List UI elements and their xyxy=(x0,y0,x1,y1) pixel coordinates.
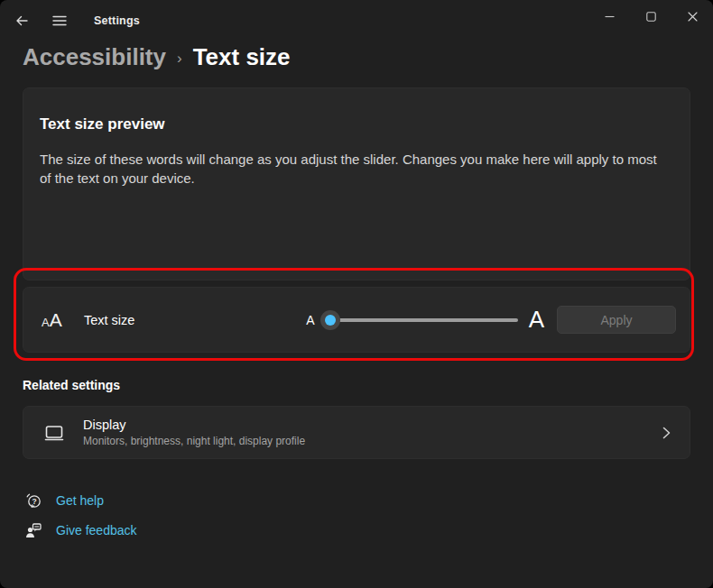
maximize-button[interactable] xyxy=(630,0,671,32)
window-controls xyxy=(588,0,713,32)
display-row-title: Display xyxy=(83,418,305,432)
preview-card-title: Text size preview xyxy=(40,115,673,133)
minimize-icon xyxy=(605,12,615,22)
preview-card-description: The size of these words will change as y… xyxy=(40,150,671,188)
back-arrow-icon xyxy=(14,14,29,28)
breadcrumb-chevron-icon: › xyxy=(177,47,182,68)
settings-window: Settings Accessibility › Text size xyxy=(0,0,713,588)
close-icon xyxy=(688,12,698,22)
apply-button[interactable]: Apply xyxy=(557,306,676,334)
text-size-slider[interactable] xyxy=(323,310,518,330)
give-feedback-icon xyxy=(24,521,42,539)
get-help-icon: ? xyxy=(24,492,42,510)
give-feedback-link[interactable]: Give feedback xyxy=(24,521,137,539)
related-setting-display-row[interactable]: Display Monitors, brightness, night ligh… xyxy=(23,406,690,459)
slider-thumb[interactable] xyxy=(320,310,340,330)
app-title: Settings xyxy=(94,14,140,27)
display-row-text: Display Monitors, brightness, night ligh… xyxy=(83,418,305,447)
page-title: Text size xyxy=(193,43,291,71)
minimize-button[interactable] xyxy=(588,0,630,32)
text-size-label: Text size xyxy=(84,313,134,327)
back-button[interactable] xyxy=(5,6,38,35)
maximize-icon xyxy=(646,12,656,22)
text-size-aa-icon: A A xyxy=(42,309,69,331)
svg-text:?: ? xyxy=(32,497,36,506)
slider-max-label: A xyxy=(529,306,544,334)
related-settings-heading: Related settings xyxy=(23,378,120,392)
breadcrumb-accessibility[interactable]: Accessibility xyxy=(23,43,166,71)
titlebar: Settings xyxy=(0,0,713,41)
get-help-label: Get help xyxy=(56,493,104,508)
text-size-setting-row: A A Text size A A Apply xyxy=(23,287,690,353)
slider-track[interactable] xyxy=(323,318,518,322)
breadcrumb: Accessibility › Text size xyxy=(23,43,291,71)
menu-button[interactable] xyxy=(43,6,76,35)
text-size-controls: A A Apply xyxy=(306,306,676,334)
slider-min-label: A xyxy=(306,313,314,327)
give-feedback-label: Give feedback xyxy=(56,523,137,537)
chevron-right-icon xyxy=(661,427,671,439)
aa-icon-small-a: A xyxy=(42,316,50,329)
display-row-subtitle: Monitors, brightness, night light, displ… xyxy=(83,435,305,447)
text-size-preview-card: Text size preview The size of these word… xyxy=(23,87,690,280)
get-help-link[interactable]: ? Get help xyxy=(24,492,104,510)
close-button[interactable] xyxy=(671,0,713,32)
aa-icon-big-a: A xyxy=(50,309,62,331)
display-icon xyxy=(43,422,65,444)
hamburger-icon xyxy=(52,14,67,27)
slider-thumb-dot xyxy=(325,315,336,326)
